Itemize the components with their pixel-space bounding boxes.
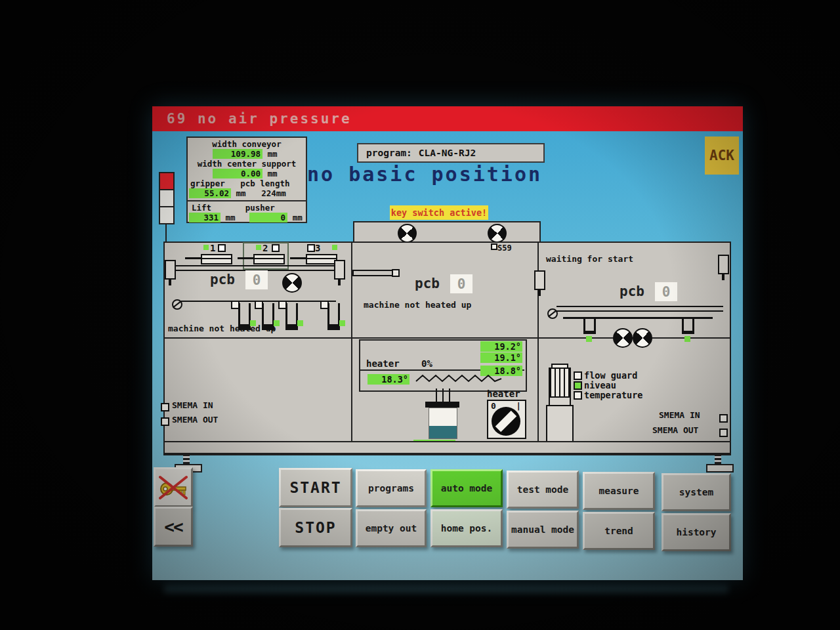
- home-pos-button[interactable]: home pos.: [430, 509, 503, 547]
- test-mode-button[interactable]: test mode: [507, 471, 579, 509]
- flow-guard-label: flow guard: [584, 370, 637, 381]
- temperature-label: temperature: [584, 390, 642, 400]
- machine-foot: [706, 454, 734, 472]
- smema-out-indicator: [719, 429, 728, 437]
- pcb-count-value: 0: [655, 282, 677, 301]
- unit: mm: [276, 188, 286, 198]
- program-value: CLA-NG-RJ2: [419, 148, 476, 158]
- station-2[interactable]: 2: [248, 245, 290, 265]
- rotary-icon: [633, 328, 652, 348]
- status-message: no basic position: [307, 163, 542, 186]
- flow-guard-indicator: [574, 371, 582, 380]
- stopper-cylinder-icon: [334, 260, 345, 280]
- system-button[interactable]: system: [662, 473, 731, 511]
- alarm-bar: 69 no air pressure: [152, 106, 743, 131]
- pin-support-icon: [324, 303, 340, 326]
- pcb-length-label: pcb length: [240, 178, 289, 188]
- stopper-cylinder-icon: [718, 255, 729, 274]
- width-center-value: 0.00: [213, 169, 262, 178]
- lift-label: Lift: [192, 203, 211, 213]
- smema-in-indicator: [161, 403, 169, 411]
- heater-temp-2: 19.1°: [480, 352, 522, 363]
- station-1[interactable]: 1: [196, 245, 238, 265]
- key-crossed-icon: [159, 474, 188, 501]
- start-button[interactable]: START: [279, 468, 352, 507]
- smema-in-indicator: [719, 414, 728, 423]
- tower-lamp: [159, 189, 175, 207]
- measure-button[interactable]: measure: [583, 472, 655, 510]
- tower-red-lamp: [159, 172, 175, 190]
- fan-icon: [488, 224, 507, 243]
- signal-tower: [159, 172, 175, 245]
- solder-pot-body: [429, 408, 457, 439]
- pusher-arm-end: [392, 269, 400, 277]
- width-center-label: width center support: [188, 159, 306, 169]
- screen-reflection: [164, 585, 728, 593]
- history-button[interactable]: history: [662, 513, 731, 551]
- sensor-s59: S59: [491, 243, 512, 253]
- key-lock-button[interactable]: [154, 467, 193, 507]
- switch-on-label: |: [516, 401, 521, 411]
- trend-button[interactable]: trend: [583, 512, 655, 550]
- hmi-screen: 69 no air pressure ACK width conveyor 10…: [152, 106, 743, 580]
- pcb-count-value: 0: [450, 274, 472, 293]
- alarm-code: 69: [167, 111, 187, 127]
- pcb-count-label: pcb: [620, 284, 644, 299]
- station-1-number: 1: [210, 243, 215, 253]
- pin-support-icon: [679, 319, 694, 335]
- unit: mm: [268, 149, 278, 159]
- tower-lamp: [159, 206, 175, 224]
- smema-out-label: SMEMA OUT: [172, 415, 218, 425]
- unit: mm: [293, 213, 303, 222]
- pusher-value: 0: [249, 213, 287, 222]
- solder-pot-pipe: [449, 388, 450, 402]
- alarm-message: no air pressure: [198, 111, 352, 127]
- program-label: program:: [366, 148, 412, 158]
- unit: mm: [268, 169, 278, 178]
- empty-out-button[interactable]: empty out: [356, 509, 427, 547]
- key-switch-note: key switch active!: [390, 205, 488, 220]
- auto-mode-button[interactable]: auto mode: [430, 469, 503, 507]
- smema-in-label: SMEMA IN: [659, 410, 700, 420]
- alarm-text: 69 no air pressure: [167, 111, 352, 127]
- solder-pot-cap: [425, 402, 459, 408]
- pin-support-icon: [282, 303, 298, 326]
- switch-knob[interactable]: [492, 407, 520, 436]
- back-button[interactable]: <<: [154, 507, 193, 547]
- temperature-indicator: [574, 391, 582, 400]
- programs-button[interactable]: programs: [356, 469, 427, 507]
- section-lower-left: [163, 337, 355, 444]
- left-status: machine not heated up: [168, 324, 276, 333]
- heating-element-icon: [415, 373, 505, 385]
- flow-column-base: [546, 405, 574, 442]
- pcb-count-label: pcb: [210, 272, 235, 287]
- gripper-label: gripper: [190, 178, 225, 188]
- program-box[interactable]: program: CLA-NG-RJ2: [357, 143, 545, 163]
- pcb-count-value: 0: [245, 270, 268, 289]
- axis-values-panel: width conveyor 109.98 mm width center su…: [186, 136, 307, 223]
- stop-button[interactable]: STOP: [279, 508, 352, 547]
- niveau-indicator: [574, 381, 582, 390]
- solder-pot-pipe: [436, 388, 437, 402]
- pin-support-icon: [235, 303, 251, 326]
- manual-mode-button[interactable]: manual mode: [507, 511, 579, 549]
- lift-value: 331: [189, 213, 220, 222]
- machine-base: [163, 441, 731, 455]
- stopper-cylinder-icon: [534, 270, 545, 290]
- rotary-icon: [613, 328, 633, 348]
- unit: mm: [226, 213, 236, 222]
- heater-element-temp: 18.3°: [368, 374, 410, 385]
- unit: mm: [236, 188, 246, 198]
- section-process: [351, 242, 541, 340]
- ack-button[interactable]: ACK: [705, 136, 739, 175]
- pusher-arm-icon: [352, 270, 394, 276]
- heater-switch-label: heater: [487, 388, 520, 399]
- right-status: waiting for start: [546, 254, 633, 264]
- station-2-number: 2: [262, 243, 268, 253]
- switch-off-label: 0: [491, 401, 496, 411]
- station-3-number: 3: [315, 243, 320, 253]
- middle-status: machine not heated up: [364, 300, 471, 310]
- solder-pot-pipe: [442, 388, 444, 402]
- heater-switch[interactable]: 0 |: [487, 400, 526, 439]
- niveau-label: niveau: [584, 380, 616, 390]
